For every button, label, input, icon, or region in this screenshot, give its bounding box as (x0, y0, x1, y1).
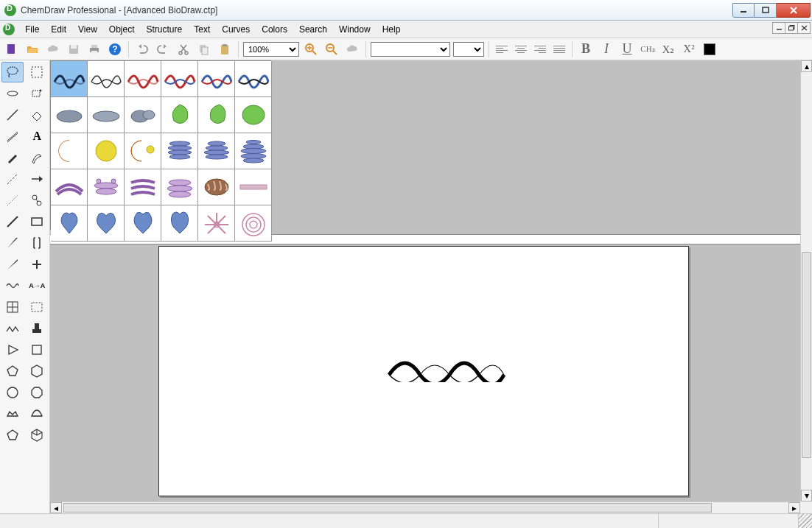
new-button[interactable] (3, 41, 21, 58)
bio-golgi-2[interactable] (198, 133, 235, 169)
vertical-scrollbar[interactable]: ▴ ▾ (800, 60, 812, 501)
mdi-restore-button[interactable] (785, 22, 798, 34)
menu-text[interactable]: Text (188, 22, 216, 37)
cut-button[interactable] (175, 41, 192, 58)
bio-green-3[interactable] (235, 97, 272, 133)
wedge-up-tool[interactable] (1, 254, 24, 275)
bio-dna-red[interactable] (125, 61, 161, 97)
arrow-tool[interactable] (27, 169, 49, 189)
bio-membrane[interactable] (235, 169, 272, 205)
wavy-tool[interactable] (1, 275, 24, 296)
canvas-page[interactable] (158, 246, 689, 496)
play-tool[interactable] (1, 339, 24, 360)
bio-protein-3[interactable] (125, 205, 161, 242)
hexagon-tool[interactable] (27, 361, 49, 381)
bio-green-2[interactable] (198, 97, 235, 133)
chain-tool[interactable] (1, 318, 24, 339)
bio-green-1[interactable] (161, 97, 198, 133)
bracket-tool[interactable] (27, 233, 49, 253)
bio-dna-black[interactable] (51, 61, 88, 97)
dotted-rect-tool[interactable] (27, 297, 49, 317)
bio-ribosome-1[interactable] (51, 97, 88, 133)
bio-protein-4[interactable] (161, 205, 198, 242)
bio-er-3[interactable] (125, 169, 161, 205)
bold-button[interactable]: B (577, 41, 595, 58)
pen-tool[interactable] (1, 147, 24, 168)
bio-protein-1[interactable] (51, 205, 88, 242)
bio-dna-redblue[interactable] (161, 61, 198, 97)
menu-curves[interactable]: Curves (216, 22, 256, 37)
lasso-tool[interactable] (1, 62, 24, 82)
cloud-button[interactable] (44, 41, 62, 58)
dotted-line-tool[interactable] (1, 190, 24, 211)
pentagon-tool[interactable] (1, 361, 24, 381)
square-tool[interactable] (27, 339, 49, 360)
redo-button[interactable] (154, 41, 172, 58)
scroll-up-button[interactable]: ▴ (801, 60, 812, 72)
horizontal-scroll-thumb[interactable] (63, 503, 712, 513)
open-button[interactable] (24, 41, 41, 58)
menu-object[interactable]: Object (103, 22, 141, 37)
zoom-in-button[interactable] (302, 41, 320, 58)
octagon-tool[interactable] (27, 382, 49, 403)
bio-er-2[interactable] (88, 169, 125, 205)
cloud-sync-button[interactable] (343, 41, 361, 58)
bio-lysosome[interactable] (51, 133, 88, 169)
document-icon[interactable] (3, 24, 15, 35)
font-size-select[interactable] (453, 42, 484, 57)
bio-ribosome-3[interactable] (125, 97, 161, 133)
subscript-button[interactable]: X₂ (659, 41, 677, 58)
italic-button[interactable]: I (598, 41, 615, 58)
rectangle-tool[interactable] (27, 211, 49, 232)
heptagon-tool[interactable] (1, 382, 24, 403)
plus-tool[interactable] (27, 254, 49, 275)
stamp-tool[interactable] (27, 318, 49, 339)
align-right-button[interactable] (532, 41, 548, 57)
align-justify-button[interactable] (551, 41, 567, 57)
caliper-tool[interactable] (27, 190, 49, 211)
paste-button[interactable] (216, 41, 234, 58)
crown-tool[interactable] (1, 404, 24, 424)
grid-tool[interactable] (1, 297, 24, 317)
align-center-button[interactable] (513, 41, 529, 57)
vertical-scroll-thumb[interactable] (802, 252, 811, 458)
line-tool[interactable] (1, 105, 24, 125)
rotate-2d-tool[interactable] (27, 83, 49, 104)
zoom-select[interactable]: 100% (243, 42, 299, 57)
wedge-down-tool[interactable] (1, 233, 24, 253)
bio-radial-2[interactable] (235, 205, 272, 242)
bio-dna-outline[interactable] (88, 61, 125, 97)
close-button[interactable] (777, 3, 811, 18)
scroll-left-button[interactable]: ◂ (50, 502, 62, 513)
undo-button[interactable] (133, 41, 151, 58)
formula-button[interactable]: CH₂ (639, 41, 657, 58)
scroll-down-button[interactable]: ▾ (801, 490, 812, 501)
pentagon-fill-tool[interactable] (1, 425, 24, 446)
print-button[interactable] (85, 41, 103, 58)
menu-colors[interactable]: Colors (256, 22, 293, 37)
bond-tool[interactable] (1, 211, 24, 232)
minimize-button[interactable] (732, 3, 755, 18)
bio-dna-blue[interactable] (198, 61, 235, 97)
bio-golgi-3[interactable] (235, 133, 272, 169)
help-button[interactable]: ? (106, 41, 124, 58)
text-tool[interactable]: A (27, 126, 49, 147)
bio-vesicle-yellow[interactable] (88, 133, 125, 169)
align-left-button[interactable] (494, 41, 510, 57)
eraser-tool[interactable] (27, 105, 49, 125)
horizontal-scrollbar[interactable]: ◂ ▸ (50, 501, 800, 513)
menu-edit[interactable]: Edit (45, 22, 72, 37)
bio-vesicle-orange[interactable] (125, 133, 161, 169)
menu-window[interactable]: Window (333, 22, 377, 37)
bio-dna-blueblack[interactable] (235, 61, 272, 97)
double-line-tool[interactable] (1, 126, 24, 147)
dashed-line-tool[interactable] (1, 169, 24, 189)
save-button[interactable] (65, 41, 83, 58)
maximize-button[interactable] (755, 3, 777, 18)
marquee-tool[interactable] (27, 62, 48, 82)
copy-button[interactable] (195, 41, 213, 58)
pen-curve-tool[interactable] (27, 147, 49, 168)
bio-er-4[interactable] (161, 169, 198, 205)
bio-radial-1[interactable] (198, 205, 235, 242)
scroll-right-button[interactable]: ▸ (788, 502, 800, 513)
